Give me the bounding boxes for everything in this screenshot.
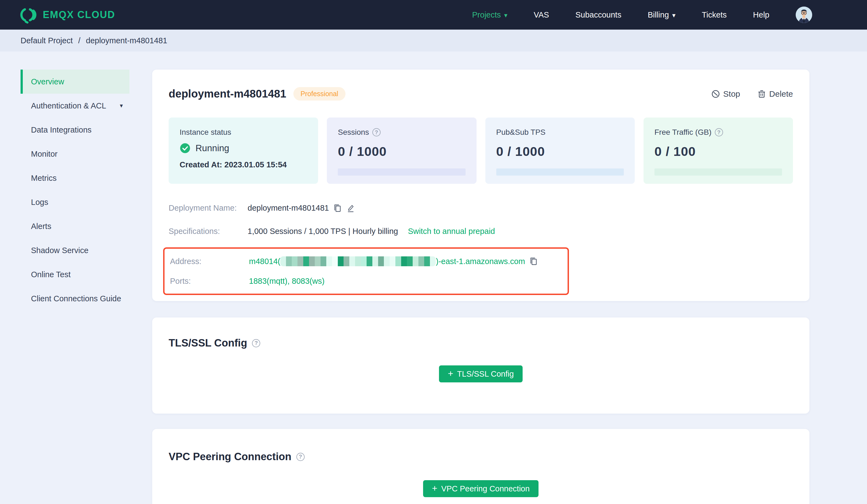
vpc-help-icon[interactable]: ? xyxy=(297,453,304,461)
address-redacted-mosaic xyxy=(280,256,436,266)
specifications-value: 1,000 Sessions / 1,000 TPS | Hourly bill… xyxy=(248,227,398,236)
sidebar-item-shadow-service[interactable]: Shadow Service xyxy=(21,238,129,262)
chevron-down-icon: ▾ xyxy=(504,11,507,19)
user-avatar[interactable] xyxy=(796,7,812,23)
sidebar-item-authentication-acl[interactable]: Authentication & ACL▾ xyxy=(21,94,129,118)
sidebar-item-data-integrations[interactable]: Data Integrations xyxy=(21,118,129,142)
trash-icon xyxy=(758,90,766,98)
page: EMQX CLOUD Projects▾VASSubaccountsBillin… xyxy=(0,0,867,504)
sidebar-item-online-test[interactable]: Online Test xyxy=(21,262,129,286)
delete-button[interactable]: Delete xyxy=(758,89,793,99)
content: OverviewAuthentication & ACL▾Data Integr… xyxy=(0,52,867,504)
ports-value: 1883(mqtt), 8083(ws) xyxy=(249,277,325,286)
tls-help-icon[interactable]: ? xyxy=(252,339,260,347)
running-check-icon xyxy=(180,143,191,154)
brand-name: EMQX CLOUD xyxy=(43,9,115,21)
switch-annual-prepaid-link[interactable]: Switch to annual prepaid xyxy=(408,227,495,236)
annotation-red-box: Address: m48014( )-east-1.amazonaws.com xyxy=(163,247,569,295)
tls-ssl-card: TLS/SSL Config ? + TLS/SSL Config xyxy=(152,317,810,414)
stat-free-traffic: Free Traffic (GB) ? 0 / 100 xyxy=(643,118,793,184)
sidebar-item-monitor[interactable]: Monitor xyxy=(21,142,129,166)
emqx-logo-icon xyxy=(19,6,37,24)
nav-item-billing[interactable]: Billing▾ xyxy=(647,10,675,20)
stat-pubsub-tps: Pub&Sub TPS 0 / 1000 xyxy=(485,118,635,184)
copy-address-icon[interactable] xyxy=(529,257,538,266)
top-nav: EMQX CLOUD Projects▾VASSubaccountsBillin… xyxy=(0,0,867,30)
add-vpc-peering-button[interactable]: + VPC Peering Connection xyxy=(423,480,538,497)
sidebar-item-client-connections-guide[interactable]: Client Connections Guide xyxy=(21,286,129,311)
traffic-label: Free Traffic (GB) xyxy=(654,128,711,137)
created-at: Created At: 2023.01.05 15:54 xyxy=(180,160,307,169)
vpc-section-title: VPC Peering Connection xyxy=(169,451,291,463)
nav-item-tickets[interactable]: Tickets xyxy=(702,10,727,20)
traffic-value: 0 / 100 xyxy=(654,144,782,159)
edit-name-icon[interactable] xyxy=(346,204,355,212)
deployment-name-value: deployment-m4801481 xyxy=(248,204,329,212)
sidebar-item-metrics[interactable]: Metrics xyxy=(21,166,129,190)
stop-icon xyxy=(711,90,720,98)
address-label: Address: xyxy=(170,257,249,266)
sidebar: OverviewAuthentication & ACL▾Data Integr… xyxy=(21,69,129,504)
instance-status-label: Instance status xyxy=(180,128,231,137)
vpc-peering-card: VPC Peering Connection ? + VPC Peering C… xyxy=(152,429,810,504)
breadcrumb-project[interactable]: Default Project xyxy=(21,36,73,45)
deployment-name-row: Deployment Name: deployment-m4801481 xyxy=(169,196,793,220)
stop-label: Stop xyxy=(723,89,740,99)
specifications-row: Specifications: 1,000 Sessions / 1,000 T… xyxy=(169,220,793,243)
overview-actions: Stop Delete xyxy=(711,89,793,99)
chevron-down-icon: ▾ xyxy=(120,102,123,109)
plus-icon: + xyxy=(448,369,453,378)
ports-row: Ports: 1883(mqtt), 8083(ws) xyxy=(170,271,568,291)
nav-item-vas[interactable]: VAS xyxy=(534,10,549,20)
breadcrumb-deployment: deployment-m4801481 xyxy=(86,36,167,45)
address-row: Address: m48014( )-east-1.amazonaws.com xyxy=(170,251,568,271)
info-rows: Deployment Name: deployment-m4801481 xyxy=(169,196,793,295)
add-vpc-peering-label: VPC Peering Connection xyxy=(441,484,529,493)
copy-name-icon[interactable] xyxy=(333,204,342,212)
nav-item-subaccounts[interactable]: Subaccounts xyxy=(575,10,621,20)
delete-label: Delete xyxy=(769,89,793,99)
sessions-help-icon[interactable]: ? xyxy=(372,128,381,136)
deployment-title: deployment-m4801481 xyxy=(169,88,286,100)
stop-button[interactable]: Stop xyxy=(711,89,740,99)
nav-links: Projects▾VASSubaccountsBilling▾TicketsHe… xyxy=(472,10,769,20)
chevron-down-icon: ▾ xyxy=(672,11,676,19)
tps-value: 0 / 1000 xyxy=(496,144,624,159)
traffic-help-icon[interactable]: ? xyxy=(715,128,723,136)
nav-item-projects[interactable]: Projects▾ xyxy=(472,10,507,20)
stats-row: Instance status Running Created At: 2023… xyxy=(169,118,793,184)
tps-label: Pub&Sub TPS xyxy=(496,128,546,137)
sessions-progress-bar xyxy=(338,168,465,176)
traffic-progress-bar xyxy=(654,168,782,176)
nav-item-help[interactable]: Help xyxy=(753,10,769,20)
stat-instance-status: Instance status Running Created At: 2023… xyxy=(169,118,318,184)
avatar-illustration-icon xyxy=(796,7,812,23)
sidebar-item-overview[interactable]: Overview xyxy=(21,69,129,94)
add-tls-config-label: TLS/SSL Config xyxy=(457,370,514,379)
sidebar-item-logs[interactable]: Logs xyxy=(21,190,129,214)
plus-icon: + xyxy=(432,483,437,493)
brand[interactable]: EMQX CLOUD xyxy=(19,6,115,24)
breadcrumb-separator: / xyxy=(78,36,81,45)
address-prefix: m48014( xyxy=(249,257,280,266)
sessions-label: Sessions xyxy=(338,128,369,137)
plan-badge: Professional xyxy=(293,87,345,100)
specifications-label: Specifications: xyxy=(169,227,248,236)
stat-sessions: Sessions ? 0 / 1000 xyxy=(327,118,476,184)
deployment-name-label: Deployment Name: xyxy=(169,204,248,212)
tls-section-title: TLS/SSL Config xyxy=(169,337,247,349)
ports-label: Ports: xyxy=(170,277,249,286)
sessions-value: 0 / 1000 xyxy=(338,144,465,159)
add-tls-config-button[interactable]: + TLS/SSL Config xyxy=(439,365,523,382)
sidebar-item-alerts[interactable]: Alerts xyxy=(21,214,129,238)
tps-progress-bar xyxy=(496,168,624,176)
overview-header: deployment-m4801481 Professional Stop xyxy=(169,87,793,100)
main: deployment-m4801481 Professional Stop xyxy=(152,69,810,504)
breadcrumb: Default Project / deployment-m4801481 xyxy=(0,30,867,52)
overview-card: deployment-m4801481 Professional Stop xyxy=(152,69,810,301)
instance-status-value: Running xyxy=(195,143,229,153)
address-suffix: )-east-1.amazonaws.com xyxy=(436,257,525,266)
